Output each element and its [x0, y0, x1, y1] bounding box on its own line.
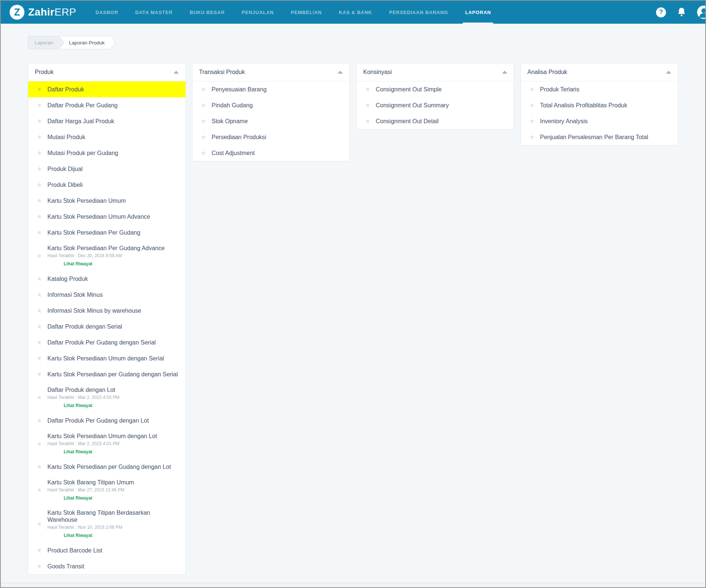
report-item[interactable]: ★ Kartu Stok Persediaan Umum	[28, 193, 185, 209]
favorite-star-icon[interactable]: ★	[200, 86, 207, 93]
favorite-star-icon[interactable]: ★	[36, 118, 43, 124]
collapse-up-icon[interactable]	[174, 71, 179, 74]
favorite-star-icon[interactable]: ★	[364, 118, 371, 124]
panel-header[interactable]: Analisa Produk	[521, 63, 678, 81]
collapse-up-icon[interactable]	[502, 71, 507, 74]
report-item[interactable]: ★ Daftar Produk dengan Serial	[28, 319, 185, 335]
report-item[interactable]: ★ Produk Terlaris	[521, 81, 678, 97]
report-item[interactable]: ★ Pindah Gudang	[193, 97, 350, 113]
favorite-star-icon[interactable]: ★	[36, 323, 43, 330]
breadcrumb-item-laporan[interactable]: Laporan	[28, 36, 59, 49]
favorite-star-icon[interactable]: ★	[36, 339, 43, 346]
favorite-star-icon[interactable]: ★	[36, 292, 43, 298]
report-item[interactable]: ★ Penyesuaian Barang	[193, 81, 350, 97]
report-item[interactable]: ★ Inventory Analysis	[521, 113, 678, 129]
report-item[interactable]: ★ Kartu Stok Persediaan per Gudang denga…	[28, 366, 185, 382]
horizontal-scrollbar[interactable]	[1, 583, 705, 587]
report-item[interactable]: ★ Kartu Stok Persediaan Umum dengan Lot …	[28, 429, 185, 459]
collapse-up-icon[interactable]	[338, 71, 343, 74]
user-avatar-icon[interactable]	[697, 6, 706, 19]
report-item[interactable]: ★ Kartu Stok Persediaan per Gudang denga…	[28, 459, 185, 475]
collapse-up-icon[interactable]	[666, 71, 671, 74]
report-item[interactable]: ★ Kartu Stok Persediaan Umum Advance	[28, 209, 185, 225]
favorite-star-icon[interactable]: ★	[364, 102, 371, 108]
report-item[interactable]: ★ Consignment Out Detail	[357, 113, 514, 129]
report-item[interactable]: ★ Kartu Stok Persediaan Per Gudang Advan…	[28, 241, 185, 271]
favorite-star-icon[interactable]: ★	[528, 118, 536, 124]
report-item[interactable]: ★ Kartu Stok Persediaan Per Gudang	[28, 225, 185, 241]
favorite-star-icon[interactable]: ★	[36, 229, 43, 236]
favorite-star-icon[interactable]: ★	[528, 134, 536, 140]
view-history-link[interactable]: Lihat Riwayat	[64, 261, 92, 267]
report-item[interactable]: ★ Daftar Produk Per Gudang	[28, 97, 185, 113]
favorite-star-icon[interactable]: ★	[36, 487, 43, 493]
favorite-star-icon[interactable]: ★	[36, 417, 43, 424]
report-item[interactable]: ★ Katalog Produk	[28, 271, 185, 287]
nav-item-pembelian[interactable]: PEMBELIAN	[291, 1, 322, 24]
favorite-star-icon[interactable]: ★	[36, 166, 43, 172]
nav-item-laporan[interactable]: LAPORAN	[465, 1, 491, 24]
nav-item-dasbor[interactable]: DASBOR	[96, 1, 118, 24]
view-history-link[interactable]: Lihat Riwayat	[64, 403, 92, 409]
favorite-star-icon[interactable]: ★	[36, 182, 43, 188]
favorite-star-icon[interactable]: ★	[36, 308, 43, 314]
report-item[interactable]: ★ Product Barcode List	[28, 542, 185, 558]
favorite-star-icon[interactable]: ★	[200, 150, 207, 156]
report-item[interactable]: ★ Daftar Produk Per Gudang dengan Serial	[28, 335, 185, 350]
report-item[interactable]: ★ Produk Dijual	[28, 161, 185, 177]
view-history-link[interactable]: Lihat Riwayat	[64, 449, 92, 455]
favorite-star-icon[interactable]: ★	[36, 441, 43, 447]
view-history-link[interactable]: Lihat Riwayat	[64, 533, 92, 538]
report-item[interactable]: ★ Goods Transit	[28, 558, 185, 574]
favorite-star-icon[interactable]: ★	[200, 118, 207, 124]
favorite-star-icon[interactable]: ★	[36, 394, 43, 401]
favorite-star-icon[interactable]: ★	[36, 563, 43, 569]
report-item[interactable]: ★ Informasi Stok Minus	[28, 287, 185, 303]
report-item[interactable]: ★ Consignment Out Simple	[357, 81, 514, 97]
favorite-star-icon[interactable]: ★	[36, 521, 43, 527]
app-logo[interactable]: Z ZahirERP	[10, 1, 76, 24]
report-item[interactable]: ★ Penjualan Persalesman Per Barang Total	[521, 129, 678, 145]
nav-item-data-master[interactable]: DATA MASTER	[135, 1, 173, 24]
report-item[interactable]: ★ Mutasi Produk per Gudang	[28, 145, 185, 161]
favorite-star-icon[interactable]: ★	[200, 102, 207, 108]
panel-header[interactable]: Konsinyasi	[357, 63, 514, 81]
report-item[interactable]: ★ Daftar Produk Per Gudang dengan Lot	[28, 413, 185, 429]
favorite-star-icon[interactable]: ★	[36, 253, 43, 259]
favorite-star-icon[interactable]: ★	[364, 86, 371, 93]
nav-item-penjualan[interactable]: PENJUALAN	[242, 1, 274, 24]
report-item[interactable]: ★ Kartu Stok Barang Titipan Umum Hasil T…	[28, 475, 185, 505]
favorite-star-icon[interactable]: ★	[36, 86, 43, 93]
report-item[interactable]: ★ Cost Adjustment	[193, 145, 350, 161]
report-item[interactable]: ★ Kartu Stok Barang Titipan Berdasarkan …	[28, 505, 185, 542]
favorite-star-icon[interactable]: ★	[528, 86, 536, 93]
report-item[interactable]: ★ Stok Opname	[193, 113, 350, 129]
favorite-star-icon[interactable]: ★	[36, 276, 43, 282]
favorite-star-icon[interactable]: ★	[36, 198, 43, 204]
report-item[interactable]: ★ Total Analisis Profitablitas Produk	[521, 97, 678, 113]
favorite-star-icon[interactable]: ★	[36, 371, 43, 377]
report-item[interactable]: ★ Daftar Produk dengan Lot Hasil Terakhi…	[28, 382, 185, 413]
report-item[interactable]: ★ Persediaan Produksi	[193, 129, 350, 145]
nav-item-buku-besar[interactable]: BUKU BESAR	[190, 1, 225, 24]
favorite-star-icon[interactable]: ★	[36, 102, 43, 108]
favorite-star-icon[interactable]: ★	[36, 214, 43, 220]
panel-header[interactable]: Transaksi Produk	[193, 63, 350, 81]
favorite-star-icon[interactable]: ★	[36, 547, 43, 554]
nav-item-persediaan-barang[interactable]: PERSEDIAAN BARANG	[389, 1, 448, 24]
favorite-star-icon[interactable]: ★	[200, 134, 207, 140]
favorite-star-icon[interactable]: ★	[36, 134, 43, 140]
favorite-star-icon[interactable]: ★	[528, 102, 536, 108]
nav-item-kas-bank[interactable]: KAS & BANK	[339, 1, 372, 24]
report-item[interactable]: ★ Produk Dibeli	[28, 177, 185, 193]
help-icon[interactable]: ?	[656, 7, 666, 17]
panel-header[interactable]: Produk	[28, 63, 185, 81]
view-history-link[interactable]: Lihat Riwayat	[64, 495, 92, 501]
favorite-star-icon[interactable]: ★	[36, 355, 43, 362]
notifications-bell-icon[interactable]	[677, 7, 686, 17]
report-item[interactable]: ★ Informasi Stok Minus by warehouse	[28, 303, 185, 319]
favorite-star-icon[interactable]: ★	[36, 464, 43, 470]
report-item[interactable]: ★ Daftar Harga Jual Produk	[28, 113, 185, 129]
breadcrumb-item-laporan-produk[interactable]: Laporan Produk	[59, 36, 111, 49]
report-item[interactable]: ★ Kartu Stok Persediaan Umum dengan Seri…	[28, 350, 185, 366]
